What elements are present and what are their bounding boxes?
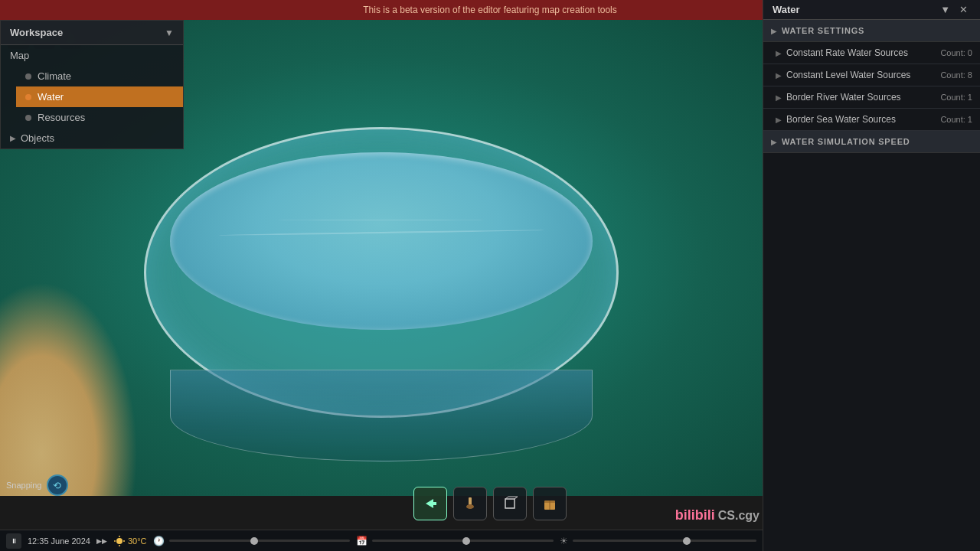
water-settings-items: ▶ Constant Rate Water Sources Count: 0 ▶… [763, 42, 980, 131]
nav-map-label: Map [10, 50, 29, 61]
border-sea-chevron-icon: ▶ [776, 116, 782, 124]
resources-dot [25, 115, 31, 121]
weather-info: 30°C [113, 535, 147, 547]
nav-item-water[interactable]: Water [16, 86, 183, 107]
nav-item-map[interactable]: Map [1, 45, 183, 66]
time-display: 12:35 June 2024 [28, 536, 90, 546]
constant-rate-chevron-icon: ▶ [776, 49, 782, 57]
watermark-cscgy: CS.cgy [718, 509, 760, 523]
date-value: June 2024 [51, 536, 90, 546]
timeline-day-section: ☀ [560, 536, 756, 546]
border-river-label: Border River Water Sources [786, 92, 940, 103]
nav-item-climate[interactable]: Climate [16, 66, 183, 86]
clock-icon: 🕐 [153, 536, 165, 546]
center-toolbar [413, 487, 567, 520]
nav-climate-label: Climate [38, 70, 71, 82]
water-settings-chevron-icon: ▶ [771, 27, 777, 35]
timeline-calendar-thumb[interactable] [462, 537, 470, 545]
panel-buttons: ▼ ✕ [937, 4, 971, 15]
objects-arrow-icon: ▶ [10, 134, 16, 142]
svg-marker-0 [426, 499, 436, 508]
time-value: 12:35 [28, 536, 49, 546]
water-sim-speed-chevron-icon: ▶ [771, 138, 777, 146]
pause-button[interactable]: ⏸ [6, 533, 21, 549]
sand-area [0, 282, 138, 496]
water-sim-speed-label: WATER SIMULATION SPEED [782, 137, 972, 146]
water-sim-speed-section-header[interactable]: ▶ WATER SIMULATION SPEED [763, 131, 980, 153]
tool-cube-button[interactable] [493, 487, 527, 520]
water-ripple-2 [276, 220, 487, 220]
water-cylinder-side [170, 370, 593, 461]
timeline-clock-section: 🕐 [153, 536, 350, 546]
package-icon [542, 496, 557, 511]
right-panel: Water ▼ ✕ ▶ WATER SETTINGS ▶ Constant Ra… [763, 0, 980, 551]
title-message: This is a beta version of the editor fea… [363, 5, 617, 15]
climate-dot [25, 73, 31, 80]
constant-rate-count: Count: 0 [940, 48, 972, 57]
constant-level-sources-row[interactable]: ▶ Constant Level Water Sources Count: 8 [763, 64, 980, 86]
bottom-bar: ⏸ 12:35 June 2024 ▶▶ 30°C 🕐 📅 ☀ [0, 530, 763, 551]
panel-close-button[interactable]: ✕ [956, 4, 971, 15]
border-river-chevron-icon: ▶ [776, 93, 782, 102]
timeline-clock-track[interactable] [169, 540, 350, 542]
snapping-bar: Snapping ⟲ [6, 474, 68, 496]
timeline-calendar-track[interactable] [372, 540, 553, 542]
dig-icon [462, 496, 478, 511]
constant-level-chevron-icon: ▶ [776, 71, 782, 80]
border-river-count: Count: 1 [940, 93, 972, 102]
snapping-label: Snapping [6, 481, 42, 490]
calendar-icon: 📅 [356, 536, 368, 546]
workspace-chevron-icon[interactable]: ▼ [165, 28, 174, 38]
tool-dig-button[interactable] [453, 487, 487, 520]
timeline-calendar-section: 📅 [356, 536, 553, 546]
temperature-value: 30°C [128, 536, 147, 546]
panel-title: Water [773, 4, 800, 15]
tool-package-button[interactable] [533, 487, 567, 520]
left-panel: Workspace ▼ Map Climate Water Resources … [0, 20, 184, 149]
svg-rect-3 [505, 499, 514, 508]
pause-icon: ⏸ [11, 537, 18, 545]
tool-arrow-button[interactable] [413, 487, 447, 520]
sun-icon [113, 535, 126, 547]
svg-rect-1 [469, 497, 472, 505]
border-river-sources-row[interactable]: ▶ Border River Water Sources Count: 1 [763, 86, 980, 109]
panel-minimize-button[interactable]: ▼ [937, 4, 953, 15]
day-sun-icon: ☀ [560, 536, 568, 546]
water-dot [25, 94, 31, 100]
nav-resources-label: Resources [38, 112, 85, 123]
svg-point-2 [466, 504, 474, 509]
nav-item-resources[interactable]: Resources [16, 107, 183, 128]
nav-water-label: Water [38, 91, 64, 103]
timeline-day-thumb[interactable] [683, 537, 691, 545]
nav-item-objects[interactable]: ▶ Objects [1, 128, 183, 148]
border-sea-label: Border Sea Water Sources [786, 114, 940, 125]
watermark-bilibili: bilibili [675, 507, 715, 523]
fast-forward-button[interactable]: ▶▶ [96, 537, 107, 545]
water-ripple-1 [218, 230, 544, 236]
border-sea-count: Count: 1 [940, 115, 972, 124]
constant-level-count: Count: 8 [940, 70, 972, 80]
nav-objects-label: Objects [21, 132, 54, 144]
workspace-title: Workspace [10, 27, 63, 38]
water-source-indicator[interactable] [144, 127, 619, 418]
constant-level-label: Constant Level Water Sources [786, 70, 940, 80]
workspace-header[interactable]: Workspace ▼ [1, 21, 183, 45]
water-settings-section-header[interactable]: ▶ WATER SETTINGS [763, 20, 980, 42]
right-panel-header: Water ▼ ✕ [763, 0, 980, 20]
snapping-icon[interactable]: ⟲ [47, 474, 68, 496]
border-sea-sources-row[interactable]: ▶ Border Sea Water Sources Count: 1 [763, 109, 980, 131]
constant-rate-sources-row[interactable]: ▶ Constant Rate Water Sources Count: 0 [763, 42, 980, 64]
timeline-day-track[interactable] [573, 540, 756, 542]
constant-rate-label: Constant Rate Water Sources [786, 47, 940, 58]
water-oval-surface [170, 152, 593, 330]
timeline-clock-thumb[interactable] [250, 537, 258, 545]
svg-point-10 [116, 538, 122, 544]
water-oval-outer [144, 127, 619, 418]
arrow-icon [423, 496, 438, 511]
watermark: bilibili CS.cgy [675, 507, 760, 523]
cube-icon [502, 496, 518, 511]
water-settings-label: WATER SETTINGS [782, 26, 972, 35]
